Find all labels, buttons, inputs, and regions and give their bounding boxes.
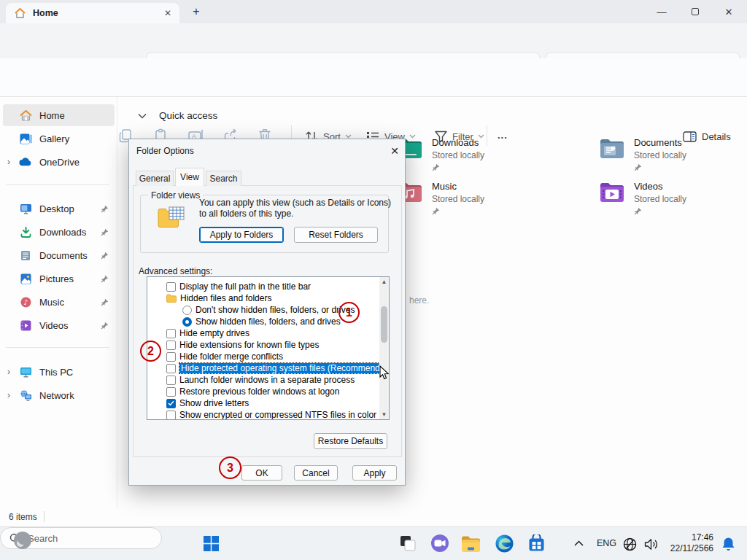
checkbox-checked[interactable] (166, 399, 176, 408)
checkbox-unchecked[interactable] (166, 341, 176, 350)
volume-icon[interactable] (643, 536, 660, 552)
dialog-close-button[interactable]: ✕ (386, 143, 403, 159)
new-tab-button[interactable]: + (190, 5, 203, 18)
network-globe-icon[interactable] (622, 536, 638, 552)
pin-icon (634, 207, 686, 215)
list-item[interactable]: Launch folder windows in a separate proc… (147, 374, 378, 386)
advanced-settings-list[interactable]: Display the full path in the title bar H… (147, 276, 390, 420)
expand-chevron-icon[interactable]: › (7, 390, 18, 400)
reset-folders-button[interactable]: Reset Folders (294, 227, 378, 243)
sidebar-item-onedrive[interactable]: › OneDrive (3, 151, 115, 173)
onedrive-icon (19, 158, 32, 166)
home-tab-icon (15, 8, 26, 18)
tab-close-icon[interactable]: ✕ (162, 7, 174, 19)
window-minimize-button[interactable]: — (645, 0, 678, 23)
sidebar-item-downloads[interactable]: Downloads (3, 221, 115, 243)
annotation-step-3: 3 (219, 456, 241, 479)
tab-view[interactable]: View (175, 168, 204, 186)
gallery-icon (19, 133, 32, 144)
sidebar-item-label: Videos (39, 320, 69, 331)
quick-access-header[interactable]: Quick access (138, 110, 217, 121)
command-toolbar: New A Sort View Filter ... Details (0, 58, 747, 97)
pin-icon (101, 322, 109, 330)
ok-button[interactable]: OK (241, 465, 282, 481)
list-item[interactable]: Hide extensions for known file types (147, 339, 378, 351)
window-maximize-button[interactable] (678, 0, 712, 23)
checkbox-unchecked[interactable] (166, 364, 176, 373)
checkbox-unchecked[interactable] (166, 352, 176, 362)
list-item[interactable]: Hide empty drives (147, 327, 378, 339)
sidebar-item-videos[interactable]: Videos (3, 314, 115, 336)
sidebar-item-label: Downloads (39, 227, 86, 238)
taskbar-clock[interactable]: 17:46 22/11/2566 (660, 532, 713, 554)
list-item[interactable]: Hidden files and folders (147, 292, 378, 304)
tab-title: Home (33, 8, 162, 18)
scrollbar-thumb[interactable] (381, 306, 387, 343)
navigation-pane: Home Gallery › OneDrive Desktop Download… (0, 97, 117, 509)
sidebar-item-desktop[interactable]: Desktop (3, 198, 115, 219)
language-indicator[interactable]: ENG (597, 538, 616, 548)
checkbox-unchecked[interactable] (166, 411, 176, 420)
pin-icon (101, 228, 109, 236)
notification-bell-icon[interactable] (719, 535, 737, 553)
tab-general[interactable]: General (136, 171, 174, 186)
clock-time: 17:46 (660, 532, 713, 543)
window-close-button[interactable]: ✕ (712, 0, 746, 23)
sidebar-item-documents[interactable]: Documents (3, 244, 115, 266)
widgets-icon[interactable] (12, 530, 33, 551)
list-item[interactable]: Show drive letters (147, 397, 378, 409)
scroll-up-icon[interactable]: ▲ (379, 277, 389, 287)
tile-subtitle: Stored locally (432, 150, 484, 160)
hidden-icons-chevron[interactable] (572, 537, 585, 550)
chat-icon[interactable] (430, 533, 450, 553)
sidebar-item-label: Network (39, 390, 74, 401)
sidebar-item-this-pc[interactable]: › This PC (3, 361, 115, 383)
start-button[interactable] (201, 534, 220, 553)
sidebar-item-label: Gallery (39, 133, 69, 144)
taskbar: Search ENG 17:46 22/11/2566 (0, 526, 747, 560)
pin-icon (101, 298, 109, 306)
sidebar-item-pictures[interactable]: Pictures (3, 268, 115, 289)
annotation-step-1: 1 (338, 302, 360, 323)
checkbox-unchecked[interactable] (166, 387, 176, 397)
list-item[interactable]: Display the full path in the title bar (147, 281, 378, 292)
sidebar-item-gallery[interactable]: Gallery (3, 128, 115, 149)
cancel-button[interactable]: Cancel (294, 465, 338, 481)
sidebar-item-label: OneDrive (39, 157, 80, 168)
checkbox-unchecked[interactable] (166, 282, 176, 292)
apply-to-folders-button[interactable]: Apply to Folders (199, 227, 284, 243)
sidebar-item-label: Pictures (39, 273, 74, 284)
pin-icon (101, 205, 109, 213)
tab-search[interactable]: Search (206, 171, 241, 186)
quick-access-label: Quick access (159, 110, 217, 121)
list-scrollbar[interactable]: ▲ ▼ (379, 277, 389, 419)
list-item-selected[interactable]: Hide protected operating system files (R… (147, 362, 378, 374)
radio-selected[interactable] (182, 317, 192, 327)
checkbox-unchecked[interactable] (166, 329, 176, 338)
edge-icon[interactable] (495, 534, 514, 553)
expand-chevron-icon[interactable]: › (7, 157, 18, 167)
expand-chevron-icon[interactable]: › (7, 367, 18, 377)
list-item[interactable]: Show encrypted or compressed NTFS files … (147, 409, 378, 420)
tile-subtitle: Stored locally (432, 194, 484, 204)
list-item[interactable]: Restore previous folder windows at logon (147, 386, 378, 397)
sidebar-item-music[interactable]: ♪ Music (3, 291, 115, 313)
tile-title: Documents (634, 137, 686, 148)
apply-button[interactable]: Apply (352, 465, 397, 481)
home-icon (19, 110, 32, 121)
radio-unselected[interactable] (182, 306, 192, 315)
folder-views-icon (157, 206, 186, 230)
microsoft-store-icon[interactable] (527, 534, 546, 553)
pin-icon (432, 207, 484, 215)
list-item[interactable]: Hide folder merge conflicts (147, 351, 378, 362)
scroll-down-icon[interactable]: ▼ (379, 410, 389, 419)
sidebar-item-home[interactable]: Home (3, 104, 115, 126)
checkbox-unchecked[interactable] (166, 376, 176, 385)
sidebar-item-network[interactable]: › Network (3, 384, 115, 406)
file-explorer-icon[interactable] (460, 534, 481, 554)
status-bar: 6 items (0, 509, 747, 526)
explorer-tab-home[interactable]: Home ✕ (6, 3, 179, 23)
task-view-icon[interactable] (398, 534, 417, 553)
restore-defaults-button[interactable]: Restore Defaults (314, 433, 387, 449)
this-pc-icon (19, 367, 32, 378)
